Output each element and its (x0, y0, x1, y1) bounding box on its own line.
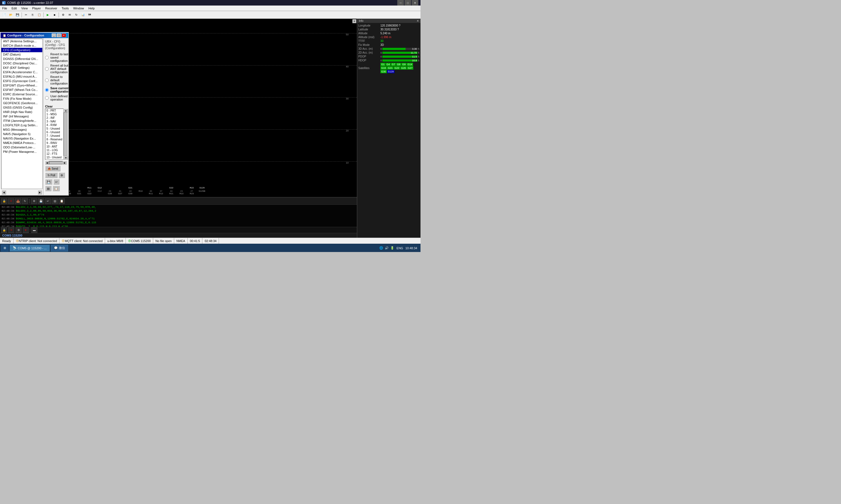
log-x2[interactable]: ✕ (8, 228, 14, 233)
clear-item-5[interactable]: 5 - Unused (45, 127, 63, 130)
clear-item-3[interactable]: 3 - NAV (45, 120, 63, 123)
sidebar-item-fxn[interactable]: FXN (Fix Now Mode) (1, 96, 42, 101)
clear-item-12[interactable]: 12 - FTS (45, 152, 63, 156)
label-revert-default[interactable]: Revert to default configuration (50, 75, 68, 85)
menu-window[interactable]: Window (71, 5, 86, 11)
sidebar-item-inf[interactable]: INF (Inf Messages) (1, 114, 42, 119)
menu-receiver[interactable]: Receiver (43, 5, 59, 11)
menu-help[interactable]: Help (86, 5, 97, 11)
menu-file[interactable]: File (0, 5, 10, 11)
log-btn3[interactable]: ⚙ (31, 198, 37, 204)
sidebar-item-itfm[interactable]: ITFM (Jamming/Interfe... (1, 119, 42, 123)
radio-save-current[interactable] (45, 88, 49, 92)
sidebar-item-pm[interactable]: PM (Power Manageme... (1, 149, 42, 154)
new-btn[interactable]: 📄 (1, 12, 7, 18)
log-lock-btn[interactable]: 🔒 (1, 198, 7, 204)
log-heart[interactable]: ♥ (23, 228, 29, 233)
sidebar-item-dgnss[interactable]: DGNSS (Differential GN... (1, 57, 42, 61)
sidebar-item-odo[interactable]: ODO (Odometer/Low-... (1, 145, 42, 149)
clear-scroll-up[interactable]: ▲ (64, 109, 68, 112)
cfg-hscroll-right[interactable]: ▶ (63, 161, 67, 165)
sidebar-item-ekf[interactable]: EKF (EKF Settings) (1, 66, 42, 70)
menu-view[interactable]: View (19, 5, 30, 11)
poll-btn[interactable]: ↻ (73, 12, 80, 18)
chart-close[interactable]: ✕ (352, 19, 356, 23)
config-btn[interactable]: ⚙ (60, 12, 66, 18)
cfg-btn5[interactable]: 📋 (53, 186, 60, 191)
send-button[interactable]: 📤 Send (45, 166, 60, 171)
map-btn[interactable]: 🗺 (87, 12, 93, 18)
menu-player[interactable]: Player (30, 5, 43, 11)
clear-item-11[interactable]: 11 - LOG (45, 148, 63, 152)
cfg-btn1[interactable]: ⚙ (58, 173, 65, 178)
log-btn4[interactable]: 💾 (38, 198, 44, 204)
cfg-minimize[interactable]: _ (52, 33, 56, 37)
clear-scroll-down[interactable]: ▼ (64, 156, 68, 160)
open-btn[interactable]: 📂 (8, 12, 14, 18)
clear-item-13[interactable]: 13 - Unused (45, 156, 63, 159)
label-revert-last[interactable]: Revert to last saved configuration (50, 53, 68, 62)
sidebar-item-dat[interactable]: DAT (Datum) (1, 52, 42, 57)
clear-item-1[interactable]: 1 - MSG (45, 112, 63, 116)
sidebar-item-geofence[interactable]: GEOFENCE (Geofence... (1, 101, 42, 105)
sidebar-item-hnr[interactable]: HNR (High Nav Rate) (1, 110, 42, 114)
poll-button[interactable]: ↻ Poll (45, 173, 57, 178)
sidebar-scroll-up[interactable]: ◀ (2, 190, 6, 195)
log-prog[interactable]: ▬ (31, 228, 37, 233)
radio-revert-last[interactable] (45, 56, 49, 59)
sidebar-item-esfalg[interactable]: ESFALG (IMU-mount A... (1, 74, 42, 79)
sidebar-item-cfg[interactable]: CFG (Configuration) (1, 48, 42, 52)
log-gear[interactable]: ⚙ (16, 228, 21, 233)
maximize-button[interactable]: □ (404, 0, 411, 5)
sidebar-item-esfa[interactable]: ESFA (Accelerometer C... (1, 70, 42, 74)
sidebar-item-ant[interactable]: ANT (Antenna Settings... (1, 39, 42, 43)
save-btn[interactable]: 💾 (14, 12, 20, 18)
cfg-hscroll-left[interactable]: ◀ (45, 161, 49, 165)
right-panel-close[interactable]: ✕ (417, 19, 419, 22)
connect-btn[interactable]: ▶ (45, 12, 51, 18)
sidebar-item-nmea[interactable]: NMEA (NMEA Protoco... (1, 141, 42, 145)
clear-item-7[interactable]: 7 - Unused (45, 134, 63, 138)
label-save-current[interactable]: Save current configuration (50, 87, 68, 93)
clear-item-10[interactable]: 10 - ANT (45, 145, 63, 148)
sidebar-item-msg[interactable]: MSG (Messages) (1, 127, 42, 132)
minimize-button[interactable]: ─ (397, 0, 404, 5)
log-btn5[interactable]: ↩ (45, 198, 51, 204)
cfg-btn3[interactable]: ↩ (53, 179, 59, 184)
clear-item-6[interactable]: 6 - Unused (45, 130, 63, 134)
taskbar-app-ucenter[interactable]: 📡 COM5 @ 115200 - ... (10, 245, 50, 251)
sidebar-item-esfwt[interactable]: ESFWT (Wheel-Tick Co... (1, 88, 42, 92)
cfg-btn2[interactable]: 💾 (45, 179, 52, 184)
start-button[interactable]: ⊞ (1, 245, 8, 251)
chart-btn[interactable]: 📊 (80, 12, 86, 18)
taskbar-app-wechat[interactable]: 💬 微信 (51, 245, 68, 251)
sidebar-item-esrc[interactable]: ESRC (External Source... (1, 92, 42, 96)
radio-user-defined[interactable] (45, 96, 49, 100)
sidebar-item-logfilter[interactable]: LOGFILTER (Log Settin... (1, 123, 42, 127)
copy-btn[interactable]: ⎘ (30, 12, 36, 18)
log-btn6[interactable]: ▤ (52, 198, 58, 204)
log-lock2[interactable]: 🔒 (1, 228, 7, 233)
label-user-defined[interactable]: User defined operation (50, 94, 68, 101)
sidebar-scroll-down[interactable]: ▶ (38, 190, 42, 195)
disconnect-btn[interactable]: ■ (51, 12, 57, 18)
log-btn7[interactable]: 📋 (58, 198, 65, 204)
clear-item-8[interactable]: 8 - Reserved (45, 138, 63, 141)
cfg-maximize[interactable]: □ (57, 33, 61, 37)
clear-item-2[interactable]: 2 - INF (45, 116, 63, 120)
msg-btn[interactable]: ✉ (67, 12, 73, 18)
cut-btn[interactable]: ✂ (23, 12, 29, 18)
clear-item-4[interactable]: 4 - RXM (45, 123, 63, 127)
label-revert-ant[interactable]: Revert all but ANT default configuration (50, 64, 68, 74)
menu-tools[interactable]: Tools (59, 5, 71, 11)
sidebar-item-esfgwt[interactable]: ESFGWT (Gyro+Wheel... (1, 83, 42, 88)
sidebar-item-navx5[interactable]: NAVX5 (Navigation Ex... (1, 136, 42, 141)
sidebar-item-dosc[interactable]: DOSC (Disciplined Osc... (1, 61, 42, 66)
radio-revert-ant[interactable] (45, 67, 49, 71)
clear-item-9[interactable]: 9 - RINV (45, 141, 63, 145)
menu-edit[interactable]: Edit (10, 5, 19, 11)
sidebar-item-esfg[interactable]: ESFG (Gyroscope Conf... (1, 79, 42, 83)
radio-revert-default[interactable] (45, 78, 49, 82)
log-send-btn[interactable]: 📤 (15, 198, 21, 204)
cfg-close[interactable]: ✕ (62, 33, 66, 37)
